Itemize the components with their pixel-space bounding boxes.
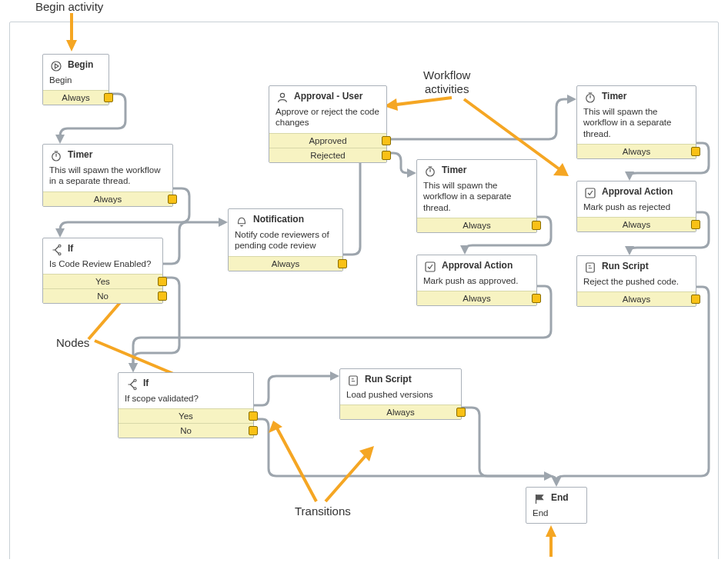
port-icon[interactable]	[104, 93, 113, 102]
node-title: Timer	[442, 165, 466, 175]
node-title: Approval - User	[294, 91, 362, 102]
node-desc: Is Code Review Enabled?	[43, 258, 162, 274]
port-icon[interactable]	[382, 151, 391, 160]
check-box-icon	[423, 260, 437, 274]
annotation-transitions: Transitions	[295, 504, 351, 518]
node-desc: Load pushed versions	[340, 389, 461, 405]
port-icon[interactable]	[532, 294, 541, 303]
node-desc: This will spawn the workflow in a separa…	[577, 106, 696, 144]
outcome[interactable]: Always	[417, 291, 536, 305]
port-icon[interactable]	[532, 221, 541, 230]
port-icon[interactable]	[456, 408, 466, 417]
svg-line-25	[326, 451, 369, 501]
port-icon[interactable]	[338, 259, 347, 268]
node-title: Approval Action	[442, 260, 513, 271]
timer-icon	[49, 149, 63, 163]
annotation-begin: Begin activity	[35, 0, 103, 13]
svg-marker-13	[330, 371, 339, 381]
node-title: End	[551, 492, 569, 503]
port-icon[interactable]	[691, 295, 700, 304]
svg-point-29	[52, 62, 61, 71]
node-title: Notification	[253, 214, 304, 225]
port-icon[interactable]	[249, 411, 258, 421]
outcome[interactable]: Always	[577, 144, 696, 158]
node-approval-action-rejected[interactable]: Approval Action Mark push as rejected Al…	[576, 181, 696, 232]
svg-line-23	[276, 427, 316, 501]
node-desc: This will spawn the workflow in a separa…	[417, 180, 536, 218]
outcome[interactable]: Always	[43, 191, 172, 206]
svg-rect-37	[586, 188, 595, 198]
annotation-workflow: Workflow activities	[423, 68, 470, 96]
svg-rect-41	[349, 376, 358, 385]
port-icon[interactable]	[168, 195, 177, 204]
flag-icon	[533, 492, 546, 506]
timer-icon	[423, 165, 437, 178]
svg-point-32	[58, 253, 61, 255]
svg-marker-3	[219, 218, 228, 227]
svg-marker-1	[55, 135, 65, 144]
svg-marker-14	[544, 471, 553, 481]
script-icon	[583, 261, 597, 275]
node-title: Run Script	[602, 261, 649, 271]
node-desc: Begin	[43, 75, 109, 90]
node-timer-2[interactable]: Timer This will spawn the workflow in a …	[576, 85, 696, 159]
branch-icon	[49, 243, 63, 257]
node-title: Begin	[68, 59, 93, 70]
node-title: If	[143, 378, 149, 388]
outcome[interactable]: Always	[229, 256, 342, 271]
play-circle-icon	[49, 59, 63, 73]
node-end[interactable]: End End	[526, 487, 587, 524]
node-approval-action-approved[interactable]: Approval Action Mark push as approved. A…	[416, 255, 537, 306]
annotation-end: End activity	[522, 558, 581, 559]
svg-marker-24	[269, 421, 282, 433]
node-title: Run Script	[365, 374, 412, 385]
node-desc: Notify code reviewers of pending code re…	[229, 229, 342, 256]
outcome[interactable]: Always	[577, 217, 696, 231]
svg-marker-8	[625, 171, 634, 181]
node-approval-user[interactable]: Approval - User Approve or reject the co…	[269, 85, 387, 163]
outcome-yes[interactable]: Yes	[43, 274, 162, 288]
svg-point-40	[134, 388, 136, 390]
node-notification[interactable]: Notification Notify code reviewers of pe…	[228, 208, 343, 271]
port-icon[interactable]	[249, 426, 258, 435]
node-if-scope[interactable]: If If scope validated? Yes No	[118, 372, 254, 438]
outcome-no[interactable]: No	[119, 423, 253, 438]
port-icon[interactable]	[158, 277, 167, 286]
outcome[interactable]: Always	[43, 90, 109, 105]
outcome[interactable]: Always	[577, 291, 696, 306]
node-runscript-load[interactable]: Run Script Load pushed versions Always	[339, 368, 462, 420]
node-desc: Mark push as rejected	[577, 201, 696, 217]
node-if-code-review[interactable]: If Is Code Review Enabled? Yes No	[42, 238, 163, 304]
node-title: Timer	[602, 91, 626, 102]
svg-marker-28	[546, 525, 556, 537]
port-icon[interactable]	[691, 220, 700, 229]
script-icon	[346, 374, 360, 388]
outcome[interactable]: Always	[417, 218, 536, 232]
outcome-yes[interactable]: Yes	[119, 408, 253, 423]
svg-marker-26	[359, 446, 374, 461]
port-icon[interactable]	[382, 136, 391, 145]
check-box-icon	[583, 186, 597, 200]
outcome[interactable]: Always	[340, 405, 461, 419]
node-title: Timer	[68, 149, 92, 160]
svg-marker-4	[129, 363, 138, 372]
svg-rect-38	[586, 263, 595, 272]
user-icon	[276, 91, 289, 105]
node-timer-3[interactable]: Timer This will spawn the workflow in a …	[416, 159, 537, 233]
svg-line-15	[390, 98, 452, 105]
timer-icon	[583, 91, 597, 105]
outcome-rejected[interactable]: Rejected	[269, 148, 386, 162]
port-icon[interactable]	[691, 147, 700, 156]
outcome-approved[interactable]: Approved	[269, 133, 386, 148]
outcome-no[interactable]: No	[43, 288, 162, 303]
node-begin[interactable]: Begin Begin Always	[42, 54, 109, 105]
node-timer-1[interactable]: Timer This will spawn the workflow in a …	[42, 144, 173, 207]
node-runscript-reject[interactable]: Run Script Reject the pushed code. Alway…	[576, 255, 696, 307]
svg-point-31	[58, 245, 61, 247]
port-icon[interactable]	[158, 291, 167, 301]
svg-marker-0	[66, 40, 77, 52]
svg-marker-11	[460, 245, 469, 255]
svg-marker-9	[625, 246, 634, 255]
svg-marker-10	[552, 478, 561, 487]
svg-marker-7	[407, 168, 416, 178]
